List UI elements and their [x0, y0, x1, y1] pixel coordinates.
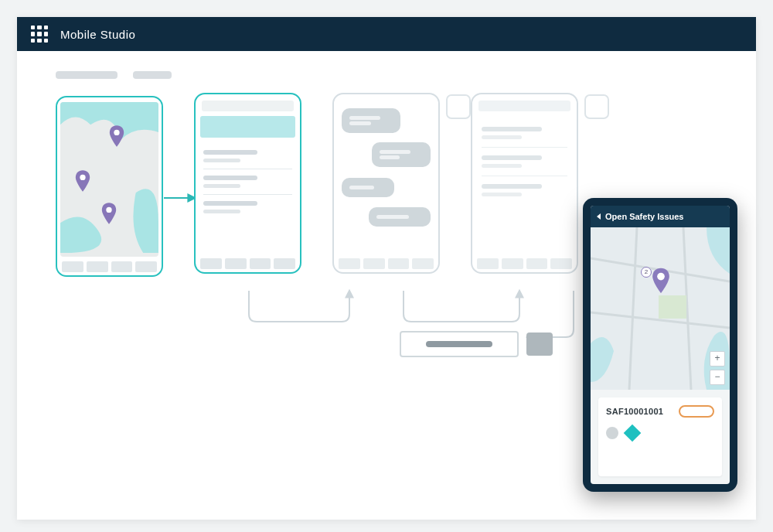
- back-icon[interactable]: [597, 213, 601, 220]
- svg-point-1: [80, 175, 85, 180]
- record-id: SAF10001001: [606, 407, 663, 416]
- device-header: Open Safety Issues: [591, 206, 730, 227]
- device-title: Open Safety Issues: [605, 212, 684, 221]
- svg-point-0: [114, 130, 119, 135]
- map-pin-icon: [74, 170, 91, 192]
- zoom-in-button[interactable]: +: [710, 351, 725, 367]
- app-launcher-icon[interactable]: [31, 26, 48, 43]
- flow-node-detail[interactable]: [471, 93, 578, 274]
- flow-node-chat[interactable]: [332, 93, 440, 274]
- status-dot-icon: [606, 427, 618, 439]
- map-pin-icon: [100, 203, 117, 224]
- action-pill[interactable]: [400, 331, 519, 357]
- svg-rect-4: [659, 295, 686, 319]
- svg-point-5: [657, 273, 665, 281]
- map-pin-icon: [108, 125, 125, 147]
- map-thumbnail: [60, 102, 158, 257]
- pin-count-badge: 2: [641, 267, 652, 278]
- flow-node-chat-group: [332, 93, 440, 274]
- flow-node-list[interactable]: [194, 93, 301, 274]
- device-map[interactable]: 2 + −: [591, 227, 730, 390]
- nav-bar-placeholder: [200, 258, 295, 269]
- toolbar-placeholder: [56, 71, 717, 79]
- nav-bar-placeholder: [339, 258, 434, 269]
- category-diamond-icon: [624, 425, 642, 442]
- status-badge: [679, 405, 714, 418]
- node-options-chip[interactable]: [446, 94, 471, 119]
- record-card[interactable]: SAF10001001: [598, 397, 722, 476]
- device-preview: Open Safety Issues 2 +: [583, 198, 737, 492]
- nav-bar-placeholder: [62, 261, 157, 272]
- map-zoom-controls: + −: [710, 351, 725, 385]
- zoom-out-button[interactable]: −: [710, 370, 725, 385]
- action-run-button[interactable]: [526, 332, 553, 356]
- nav-bar-placeholder: [477, 258, 572, 269]
- action-control: [400, 331, 553, 357]
- node-options-chip[interactable]: [584, 94, 609, 119]
- app-title: Mobile Studio: [60, 28, 135, 41]
- flow-node-detail-group: [471, 93, 578, 274]
- flow-node-map[interactable]: [56, 96, 163, 277]
- svg-point-2: [106, 207, 111, 213]
- app-header: Mobile Studio: [17, 17, 756, 51]
